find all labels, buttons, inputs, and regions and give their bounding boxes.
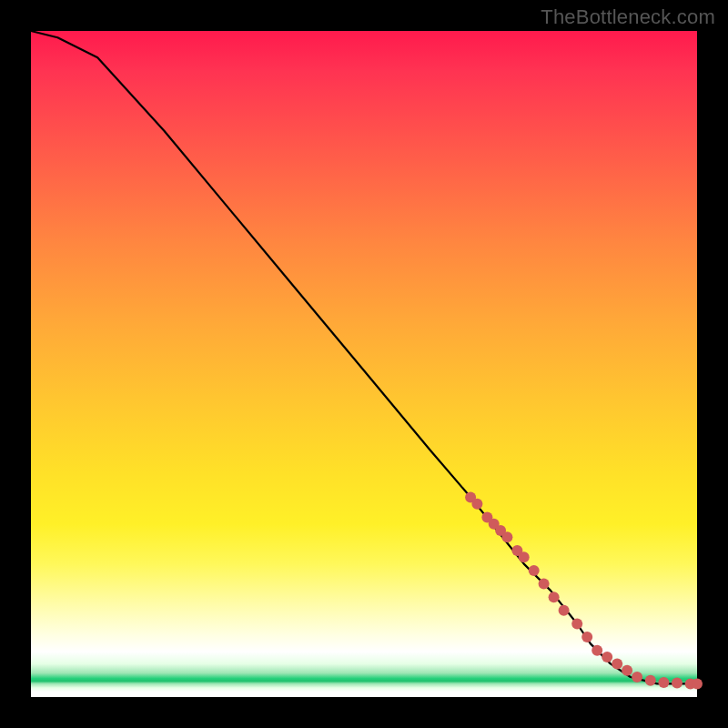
watermark-text: TheBottleneck.com bbox=[541, 5, 715, 29]
dot bbox=[549, 592, 560, 602]
dot bbox=[519, 551, 530, 562]
dot bbox=[471, 499, 482, 510]
dot bbox=[622, 665, 632, 676]
dot bbox=[592, 645, 602, 656]
dot bbox=[501, 531, 512, 542]
dot bbox=[645, 675, 656, 686]
dot bbox=[571, 619, 582, 630]
dot bbox=[559, 605, 570, 616]
dot bbox=[612, 658, 622, 669]
dot bbox=[529, 565, 540, 576]
dot bbox=[672, 678, 682, 689]
dot bbox=[658, 677, 669, 688]
dot bbox=[692, 678, 703, 689]
dot bbox=[602, 652, 612, 662]
highlight-dots bbox=[465, 491, 703, 689]
plot-area bbox=[31, 31, 697, 697]
dot bbox=[581, 632, 592, 642]
curve-layer bbox=[31, 31, 697, 697]
chart-frame: TheBottleneck.com bbox=[0, 0, 728, 728]
bottleneck-curve bbox=[31, 31, 697, 683]
dot bbox=[539, 579, 550, 590]
dot bbox=[632, 672, 642, 682]
